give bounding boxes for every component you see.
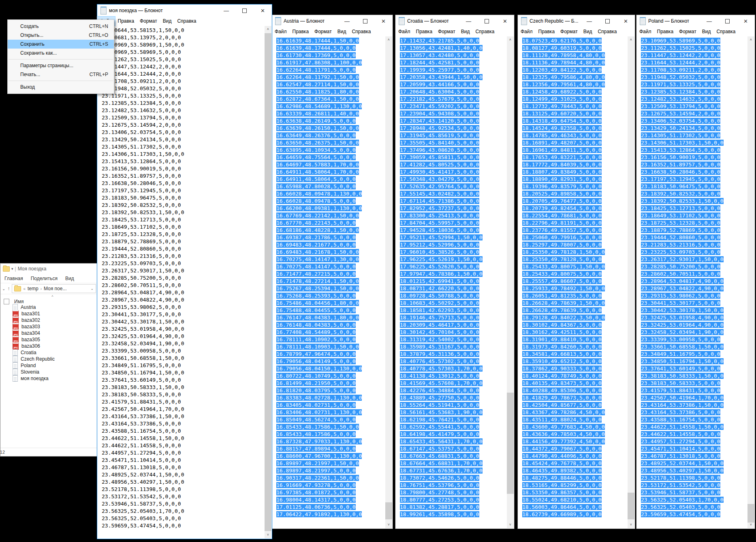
text-editor[interactable]: 18.07523,49.62176,5,0,0,018.08127,49.603… <box>518 36 628 528</box>
scrollbar-thumb[interactable] <box>265 33 271 531</box>
menubar-item-3[interactable]: Вид <box>160 17 175 26</box>
file-row[interactable]: Poland <box>0 362 98 369</box>
scroll-down-icon[interactable]: ˅ <box>385 521 392 528</box>
file-row[interactable]: JPGbaza304 <box>0 330 98 336</box>
breadcrumb-segment-temp[interactable]: temp <box>28 286 38 291</box>
scroll-up-icon[interactable]: ˄ <box>265 26 271 33</box>
breadcrumb-segment-current[interactable]: Моя пое... <box>44 286 66 291</box>
text-editor[interactable]: 23.10969,53.58969,5,0,0,023.11262,53.150… <box>637 36 747 528</box>
minimize-button[interactable]: — <box>217 4 235 17</box>
file-row[interactable]: JPGbaza302 <box>0 317 98 323</box>
file-row[interactable]: JPGbaza301 <box>0 310 98 317</box>
menubar-item-0[interactable]: Файл <box>636 27 654 36</box>
maximize-button[interactable] <box>235 4 254 17</box>
maximize-button[interactable] <box>598 15 617 27</box>
up-arrow-icon[interactable]: ↑ <box>7 286 10 291</box>
file-row[interactable]: Czech Republic <box>0 356 98 362</box>
tab-share[interactable]: Поделиться <box>31 276 58 281</box>
menubar-item-3[interactable]: Вид <box>458 27 473 36</box>
address-dropdown-icon[interactable]: ⌄ <box>90 287 94 291</box>
file-row[interactable]: Croatia <box>0 349 98 356</box>
scrollbar-thumb[interactable] <box>628 493 634 519</box>
tab-view[interactable]: Вид <box>65 276 74 281</box>
menubar-item-4[interactable]: Справка <box>472 27 497 36</box>
maximize-button[interactable] <box>478 15 496 27</box>
menu-item-page-setup[interactable]: Параметры страницы... <box>8 61 114 70</box>
menubar-item-1[interactable]: Правка <box>290 27 312 36</box>
menubar-item-3[interactable]: Вид <box>335 27 349 36</box>
scroll-down-icon[interactable]: ˅ <box>265 531 271 538</box>
close-button[interactable]: ✕ <box>254 4 272 17</box>
close-button[interactable]: ✕ <box>496 15 514 27</box>
file-row[interactable]: Austria <box>0 304 98 310</box>
tab-home[interactable]: Главная <box>4 276 23 281</box>
scroll-up-icon[interactable]: ˄ <box>747 36 754 43</box>
window-titlebar[interactable]: Czech Republic — Б... — ✕ <box>518 15 635 27</box>
breadcrumb-chevron-left[interactable]: « <box>23 287 26 291</box>
file-row[interactable]: моя поездка <box>0 375 98 382</box>
file-row[interactable]: JPGbaza306 <box>0 343 98 349</box>
menubar-item-2[interactable]: Формат <box>312 27 335 36</box>
text-editor[interactable]: 17.11432,43.21785,5,0,0,017.13056,43.424… <box>396 36 507 528</box>
menubar-item-1[interactable]: Правка <box>413 27 436 36</box>
close-button[interactable]: ✕ <box>374 15 393 27</box>
menubar-item-4[interactable]: Справка <box>595 27 619 36</box>
menubar-item-2[interactable]: Формат <box>137 17 160 26</box>
vertical-scrollbar[interactable]: ˄ ˅ <box>265 26 271 538</box>
scroll-down-icon[interactable]: ˅ <box>507 521 514 528</box>
menubar-item-3[interactable]: Вид <box>699 27 714 36</box>
scroll-up-icon[interactable]: ˄ <box>385 36 392 43</box>
menubar-item-2[interactable]: Формат <box>676 27 699 36</box>
maximize-button[interactable] <box>718 15 737 27</box>
menu-item-print[interactable]: Печать...CTRL+P <box>8 70 114 79</box>
close-button[interactable]: ✕ <box>617 15 635 27</box>
address-box[interactable]: « temp › Моя пое... ⌄ <box>12 284 96 293</box>
text-editor[interactable]: 16.61639,48.17444,1,50,0,016.61639,48.17… <box>272 36 385 528</box>
menubar-item-2[interactable]: Формат <box>435 27 458 36</box>
scroll-down-icon[interactable]: ˅ <box>628 521 634 528</box>
menubar-item-1[interactable]: Правка <box>115 17 137 26</box>
nav-chevron-icon[interactable]: ⌄ <box>2 287 5 291</box>
menubar-item-3[interactable]: Вид <box>581 27 595 36</box>
minimize-button[interactable]: — <box>459 15 478 27</box>
menu-item-save-as[interactable]: Сохранить как... <box>8 49 114 57</box>
select-all-checkbox[interactable] <box>4 299 9 304</box>
menubar-item-1[interactable]: Правка <box>536 27 558 36</box>
file-row[interactable]: JPGbaza305 <box>0 336 98 343</box>
file-row[interactable]: Slovenia <box>0 369 98 375</box>
window-titlebar[interactable]: Poland — Блокнот — ✕ <box>636 15 755 27</box>
vertical-scrollbar[interactable]: ˄ ˅ <box>747 36 754 528</box>
scrollbar-thumb[interactable] <box>507 393 514 494</box>
menu-item-open[interactable]: Открыть...CTRL+O <box>8 31 114 40</box>
menu-item-save[interactable]: СохранитьCTRL+S <box>8 40 114 49</box>
window-titlebar[interactable]: Croatia — Блокнот — ✕ <box>395 15 514 27</box>
menubar-item-4[interactable]: Справка <box>713 27 738 36</box>
menubar-item-0[interactable]: Файл <box>395 27 413 36</box>
menubar-item-0[interactable]: Файл <box>272 27 290 36</box>
menu-item-create[interactable]: СоздатьCTRL+N <box>8 22 114 31</box>
menubar-item-0[interactable]: Файл <box>518 27 536 36</box>
menubar-item-4[interactable]: Справка <box>349 27 374 36</box>
sort-ascending-icon[interactable]: ˄ <box>51 294 53 298</box>
menubar-item-2[interactable]: Формат <box>557 27 581 36</box>
text-editor[interactable]: 23.10644,53.58153,1,50,0,023.10681,53.13… <box>98 26 265 538</box>
vertical-scrollbar[interactable]: ˄ ˅ <box>507 36 514 528</box>
scrollbar-thumb[interactable] <box>385 502 392 519</box>
window-titlebar[interactable]: Austria — Блокнот — ✕ <box>272 15 393 27</box>
vertical-scrollbar[interactable]: ˄ ˅ <box>628 36 634 528</box>
maximize-button[interactable] <box>356 15 374 27</box>
vertical-scrollbar[interactable]: ˄ ˅ <box>385 36 392 528</box>
file-row[interactable]: JPGbaza303 <box>0 323 98 330</box>
menu-item-exit[interactable]: Выход <box>8 83 114 91</box>
minimize-button[interactable]: — <box>580 15 598 27</box>
scrollbar-thumb[interactable] <box>747 504 754 523</box>
menubar-item-4[interactable]: Справка <box>174 17 199 26</box>
minimize-button[interactable]: — <box>338 15 356 27</box>
menubar-item-1[interactable]: Правка <box>654 27 677 36</box>
minimize-button[interactable]: — <box>700 15 718 27</box>
scroll-up-icon[interactable]: ˄ <box>507 36 514 43</box>
explorer-titlebar[interactable]: ▾ | Моя поездка <box>0 264 98 274</box>
close-button[interactable]: ✕ <box>737 15 755 27</box>
column-header-name[interactable]: Имя <box>14 299 23 304</box>
quick-access-chevron-icon[interactable]: ▾ <box>11 267 13 271</box>
